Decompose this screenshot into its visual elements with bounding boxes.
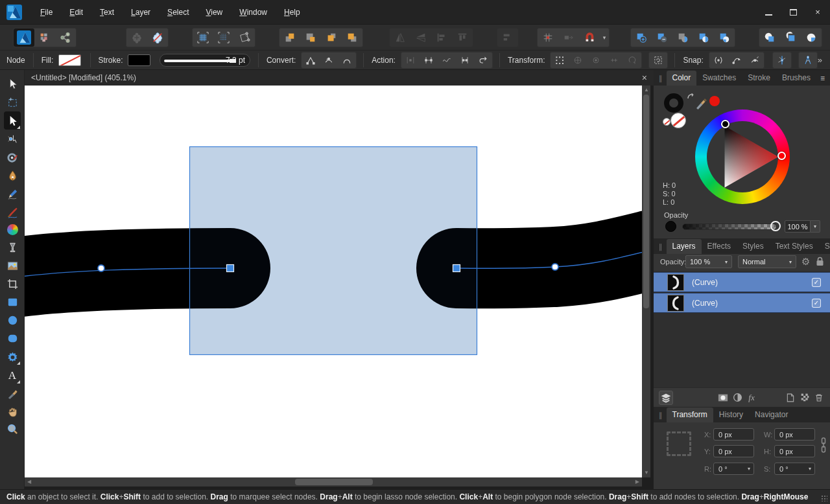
panel-menu-icon[interactable]: ≡ bbox=[820, 74, 825, 83]
edit-grid-button[interactable] bbox=[234, 29, 255, 47]
vertical-scrollbar[interactable]: ▲ ▼ bbox=[642, 86, 650, 477]
tab-text-styles[interactable]: Text Styles bbox=[770, 239, 819, 254]
tab-swatches[interactable]: Swatches bbox=[696, 71, 742, 86]
snapping-toggle-button[interactable] bbox=[579, 29, 600, 47]
fill-tool[interactable] bbox=[4, 221, 21, 238]
tab-history[interactable]: History bbox=[713, 407, 749, 422]
menu-help[interactable]: Help bbox=[284, 8, 300, 17]
geometry-subtract-button[interactable] bbox=[780, 29, 801, 47]
h-field[interactable]: 0 px bbox=[774, 445, 815, 457]
menu-text[interactable]: Text bbox=[100, 8, 114, 17]
color-picker-icon[interactable] bbox=[695, 95, 709, 110]
action-smooth-curve-button[interactable] bbox=[438, 52, 456, 68]
delete-layer-trash-icon[interactable] bbox=[812, 391, 826, 405]
menu-edit[interactable]: Edit bbox=[69, 8, 83, 17]
boolean-add-button[interactable] bbox=[631, 29, 652, 47]
crop-tool[interactable] bbox=[4, 275, 21, 292]
fill-color-well[interactable] bbox=[670, 113, 686, 128]
tab-navigator[interactable]: Navigator bbox=[749, 407, 794, 422]
add-layer-icon[interactable] bbox=[783, 391, 798, 405]
tab-color[interactable]: Color bbox=[667, 71, 697, 86]
blend-mode-dropdown[interactable]: Normal▾ bbox=[738, 255, 796, 268]
layer-row-curve-2[interactable]: (Curve) ✓ bbox=[654, 293, 830, 313]
boolean-divide-button[interactable] bbox=[693, 29, 714, 47]
opacity-slider-knob[interactable] bbox=[770, 221, 781, 231]
menu-layer[interactable]: Layer bbox=[131, 8, 150, 17]
align-left-button[interactable] bbox=[431, 29, 452, 47]
add-pixel-layer-icon[interactable] bbox=[798, 391, 812, 405]
adjustment-layer-icon[interactable] bbox=[730, 391, 744, 405]
point-transform-tool[interactable] bbox=[4, 131, 21, 148]
convert-sharp-button[interactable] bbox=[302, 52, 320, 68]
shear-dropdown[interactable]: 0 °▾ bbox=[774, 463, 815, 475]
tab-effects[interactable]: Effects bbox=[702, 239, 737, 254]
horizontal-scrollbar-thumb[interactable] bbox=[295, 479, 373, 485]
fill-stroke-selector[interactable] bbox=[663, 93, 696, 130]
scroll-right-arrow[interactable]: ▶ bbox=[635, 479, 639, 485]
snap-while-dragging-button[interactable] bbox=[746, 52, 764, 68]
opacity-slider[interactable] bbox=[682, 223, 777, 230]
y-field[interactable]: 0 px bbox=[713, 445, 754, 457]
snap-off-curve-button[interactable] bbox=[728, 52, 746, 68]
geometry-union-button[interactable] bbox=[759, 29, 780, 47]
tab-brushes[interactable]: Brushes bbox=[776, 71, 816, 86]
pixel-persona-button[interactable] bbox=[34, 29, 55, 47]
vector-brush-tool[interactable] bbox=[4, 203, 21, 220]
pen-tool[interactable] bbox=[4, 167, 21, 184]
tab-styles[interactable]: Styles bbox=[737, 239, 770, 254]
scroll-down-arrow[interactable]: ▼ bbox=[644, 470, 649, 475]
boolean-subtract-button[interactable] bbox=[652, 29, 672, 47]
place-image-tool[interactable] bbox=[4, 257, 21, 274]
artboard-tool[interactable] bbox=[4, 94, 21, 111]
blend-options-gear-icon[interactable]: ⚙ bbox=[801, 256, 810, 268]
panel-grip-icon[interactable]: ∥ bbox=[659, 74, 663, 83]
stroke-color-well[interactable] bbox=[664, 93, 683, 113]
boolean-combine-button[interactable] bbox=[714, 29, 735, 47]
x-field[interactable]: 0 px bbox=[713, 428, 754, 441]
link-dimensions-icon[interactable] bbox=[820, 437, 827, 453]
color-picker-tool[interactable] bbox=[4, 385, 21, 402]
convert-smart-button[interactable] bbox=[338, 52, 356, 68]
geometry-intersect-button[interactable] bbox=[801, 29, 822, 47]
action-join-curves-button[interactable] bbox=[456, 52, 474, 68]
designer-persona-button[interactable] bbox=[14, 29, 34, 47]
ellipse-tool[interactable] bbox=[4, 312, 21, 328]
document-tab-close-icon[interactable]: × bbox=[642, 73, 647, 82]
canvas[interactable] bbox=[25, 86, 642, 477]
alignment-options-button[interactable] bbox=[497, 29, 518, 47]
transform-rotate-handle-button[interactable] bbox=[569, 52, 587, 68]
snap-to-geometry-button[interactable] bbox=[709, 52, 728, 68]
color-wheel[interactable] bbox=[695, 109, 790, 204]
layer-visibility-checkbox[interactable]: ✓ bbox=[812, 299, 821, 308]
vertical-scrollbar-thumb[interactable] bbox=[643, 95, 649, 308]
w-field[interactable]: 0 px bbox=[774, 428, 815, 441]
mask-layer-icon[interactable] bbox=[716, 391, 730, 405]
snap-to-angles-button[interactable] bbox=[799, 52, 817, 68]
show-grid-button[interactable] bbox=[193, 29, 213, 47]
snapping-options-caret[interactable]: ▾ bbox=[600, 29, 609, 47]
menu-file[interactable]: File bbox=[40, 8, 53, 17]
snapping-grid-button[interactable] bbox=[538, 29, 558, 47]
transform-bbox-button[interactable] bbox=[551, 52, 569, 68]
layer-effects-icon[interactable]: fx bbox=[744, 391, 759, 405]
pencil-tool[interactable] bbox=[4, 185, 21, 202]
minimize-button[interactable] bbox=[756, 0, 781, 25]
stroke-width-slider[interactable]: 7.3 pt bbox=[160, 54, 250, 67]
layer-thumbnail[interactable] bbox=[667, 274, 684, 291]
cycle-selection-box-button[interactable] bbox=[649, 52, 667, 68]
flip-vertical-button[interactable] bbox=[410, 29, 431, 47]
boolean-intersect-button[interactable] bbox=[672, 29, 693, 47]
rounded-rectangle-tool[interactable] bbox=[4, 330, 21, 347]
snap-to-grid-button[interactable] bbox=[213, 29, 234, 47]
color-triangle[interactable] bbox=[707, 121, 778, 192]
close-window-button[interactable]: × bbox=[805, 0, 830, 25]
corner-tool[interactable] bbox=[4, 149, 21, 166]
no-color-well[interactable] bbox=[663, 118, 670, 126]
maximize-button[interactable] bbox=[781, 0, 805, 25]
lock-icon[interactable] bbox=[816, 257, 824, 266]
snapping-move-button[interactable] bbox=[558, 29, 579, 47]
rectangle-tool[interactable] bbox=[4, 293, 21, 310]
tab-stock[interactable]: Stock bbox=[819, 239, 830, 254]
text-tool[interactable]: A bbox=[4, 367, 21, 384]
view-tool[interactable] bbox=[4, 403, 21, 420]
